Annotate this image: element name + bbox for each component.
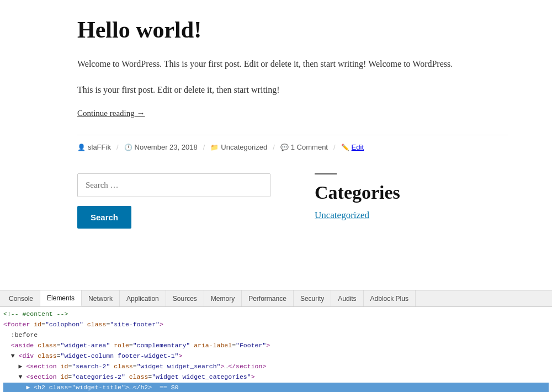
- post-body-line1: Welcome to WordPress. This is your first…: [77, 56, 508, 71]
- tab-network[interactable]: Network: [82, 290, 120, 306]
- devtools-line-1: <!-- #content -->: [3, 309, 549, 320]
- date-icon: 🕐: [124, 144, 132, 151]
- category-link-uncategorized[interactable]: Uncategorized: [315, 210, 369, 220]
- category-meta: 📁 Uncategorized: [210, 143, 267, 151]
- edit-meta: ✏️ Edit: [341, 143, 364, 151]
- tab-adblock[interactable]: Adblock Plus: [364, 290, 416, 306]
- date-meta: 🕐 November 23, 2018: [124, 143, 198, 151]
- tab-elements[interactable]: Elements: [40, 290, 82, 306]
- post-meta: 👤 slaFFik / 🕐 November 23, 2018 / 📁 Unca…: [77, 135, 508, 151]
- meta-sep-3: /: [273, 143, 275, 151]
- post-body-line2: This is your first post. Edit or delete …: [77, 82, 508, 97]
- devtools-line-4: <aside class="widget-area" role="complem…: [3, 341, 549, 351]
- devtools-line-7: ▼ <section id="categories-2" class="widg…: [3, 372, 549, 383]
- below-post-columns: Search Categories Uncategorized: [77, 173, 508, 229]
- category-icon: 📁: [210, 144, 219, 151]
- devtools-line-3: :before: [3, 330, 549, 341]
- edit-link[interactable]: Edit: [352, 143, 364, 151]
- post-title: Hello world!: [77, 17, 508, 43]
- categories-divider: [315, 173, 337, 174]
- comments-icon: 💬: [280, 144, 289, 151]
- meta-sep-4: /: [333, 143, 336, 151]
- categories-widget: Categories Uncategorized: [293, 173, 508, 229]
- devtools-tabs: Console Elements Network Application Sou…: [0, 290, 552, 307]
- tab-sources[interactable]: Sources: [166, 290, 204, 306]
- tab-application[interactable]: Application: [120, 290, 166, 306]
- tab-performance[interactable]: Performance: [242, 290, 294, 306]
- search-button[interactable]: Search: [77, 206, 131, 229]
- devtools-line-8-highlighted: ▶ <h2 class="widget-title">…</h2> == $0: [3, 383, 549, 392]
- post-comments: 1 Comment: [291, 143, 328, 151]
- post-date: November 23, 2018: [135, 143, 198, 151]
- search-input[interactable]: [78, 174, 270, 197]
- main-content: Hello world! Welcome to WordPress. This …: [0, 0, 552, 290]
- devtools-line-5: ▼ <div class="widget-column footer-widge…: [3, 351, 549, 362]
- meta-sep-1: /: [116, 143, 119, 151]
- author-icon: 👤: [77, 144, 86, 151]
- devtools-panel: Console Elements Network Application Sou…: [0, 290, 552, 392]
- tab-security[interactable]: Security: [294, 290, 331, 306]
- search-input-wrapper: [77, 173, 270, 197]
- devtools-content: <!-- #content --> <footer id="colophon" …: [0, 307, 552, 392]
- author-name: slaFFik: [88, 143, 111, 151]
- continue-reading-link[interactable]: Continue reading →: [77, 109, 145, 118]
- edit-icon: ✏️: [341, 144, 349, 151]
- comments-meta: 💬 1 Comment: [280, 143, 328, 151]
- search-widget: Search: [77, 173, 270, 229]
- categories-title: Categories: [315, 182, 508, 203]
- meta-sep-2: /: [203, 143, 205, 151]
- page-wrapper: Hello world! Welcome to WordPress. This …: [0, 0, 552, 392]
- tab-audits[interactable]: Audits: [331, 290, 363, 306]
- devtools-line-6: ▶ <section id="search-2" class="widget w…: [3, 362, 549, 372]
- devtools-line-2: <footer id="colophon" class="site-footer…: [3, 320, 549, 330]
- tab-console[interactable]: Console: [2, 290, 40, 306]
- tab-memory[interactable]: Memory: [204, 290, 242, 306]
- author-meta: 👤 slaFFik: [77, 143, 111, 151]
- post-category: Uncategorized: [221, 143, 267, 151]
